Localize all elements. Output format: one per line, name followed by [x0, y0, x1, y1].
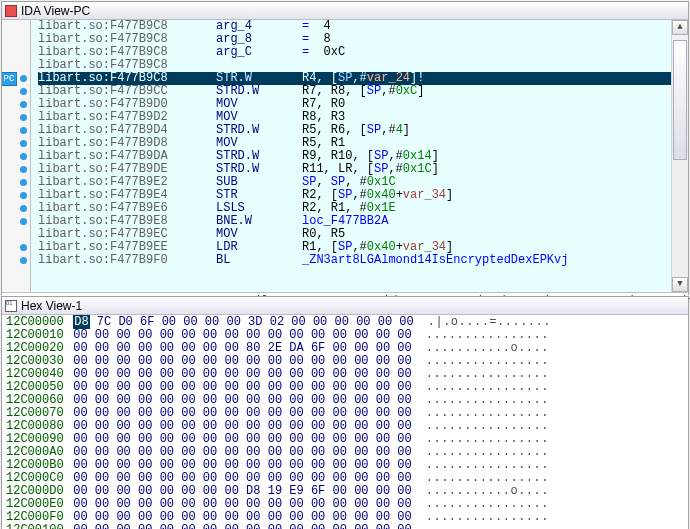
- hex-byte[interactable]: 6F: [311, 484, 325, 498]
- hex-byte[interactable]: 00: [181, 354, 195, 368]
- hex-byte[interactable]: 00: [73, 497, 87, 511]
- hex-byte[interactable]: 00: [95, 419, 109, 433]
- hex-byte[interactable]: 00: [376, 367, 390, 381]
- hex-byte[interactable]: 00: [354, 406, 368, 420]
- hex-byte[interactable]: 00: [160, 445, 174, 459]
- hex-byte[interactable]: 00: [160, 471, 174, 485]
- hex-byte[interactable]: 00: [354, 484, 368, 498]
- hex-byte[interactable]: 00: [203, 393, 217, 407]
- hex-byte[interactable]: D0: [118, 315, 132, 329]
- hex-row[interactable]: 12C00100 00 00 00 00 00 00 00 00 00 00 0…: [6, 524, 684, 529]
- hex-byte[interactable]: 00: [73, 393, 87, 407]
- hex-byte[interactable]: 00: [376, 393, 390, 407]
- scroll-up-button[interactable]: ▲: [672, 20, 688, 35]
- hex-byte[interactable]: 00: [181, 328, 195, 342]
- hex-byte[interactable]: 00: [224, 328, 238, 342]
- hex-byte[interactable]: 00: [73, 406, 87, 420]
- hex-byte[interactable]: 00: [203, 445, 217, 459]
- hex-byte[interactable]: 00: [181, 510, 195, 524]
- hex-byte[interactable]: 00: [397, 471, 411, 485]
- hex-byte[interactable]: 00: [95, 523, 109, 529]
- hex-byte[interactable]: 00: [160, 406, 174, 420]
- hex-byte[interactable]: 00: [333, 445, 347, 459]
- hex-byte[interactable]: 00: [224, 471, 238, 485]
- hex-byte[interactable]: 00: [246, 354, 260, 368]
- hex-byte[interactable]: 00: [116, 406, 130, 420]
- hex-byte[interactable]: 00: [224, 367, 238, 381]
- hex-byte[interactable]: 00: [289, 471, 303, 485]
- hex-byte[interactable]: 00: [203, 510, 217, 524]
- hex-byte[interactable]: 00: [73, 367, 87, 381]
- hex-byte[interactable]: 00: [289, 510, 303, 524]
- hex-byte[interactable]: 00: [268, 458, 282, 472]
- hex-byte[interactable]: 00: [181, 432, 195, 446]
- hex-byte[interactable]: 00: [160, 367, 174, 381]
- hex-byte[interactable]: 00: [289, 354, 303, 368]
- breakpoint-dot[interactable]: [20, 166, 27, 173]
- hex-byte[interactable]: 00: [95, 445, 109, 459]
- hex-byte[interactable]: 00: [246, 380, 260, 394]
- hex-byte[interactable]: 00: [203, 458, 217, 472]
- hex-byte[interactable]: 00: [397, 354, 411, 368]
- hex-byte[interactable]: 00: [333, 341, 347, 355]
- hex-byte[interactable]: 00: [354, 458, 368, 472]
- hex-byte[interactable]: 00: [354, 419, 368, 433]
- hex-byte[interactable]: 00: [138, 523, 152, 529]
- hex-byte[interactable]: 00: [95, 380, 109, 394]
- hex-byte[interactable]: 00: [246, 367, 260, 381]
- hex-byte[interactable]: DA: [289, 341, 303, 355]
- hex-byte[interactable]: 00: [95, 471, 109, 485]
- hex-byte[interactable]: 00: [181, 419, 195, 433]
- hex-byte[interactable]: 00: [205, 315, 219, 329]
- hex-byte[interactable]: 00: [224, 341, 238, 355]
- hex-byte[interactable]: E9: [289, 484, 303, 498]
- hex-byte[interactable]: 00: [311, 458, 325, 472]
- hex-byte[interactable]: 02: [270, 315, 284, 329]
- hex-byte[interactable]: 00: [203, 354, 217, 368]
- hex-byte[interactable]: 00: [116, 523, 130, 529]
- hex-byte[interactable]: 00: [397, 419, 411, 433]
- hex-byte[interactable]: 00: [397, 328, 411, 342]
- hex-byte[interactable]: 00: [333, 354, 347, 368]
- hex-byte[interactable]: 00: [181, 523, 195, 529]
- hex-byte[interactable]: 00: [376, 419, 390, 433]
- hex-byte[interactable]: 00: [181, 380, 195, 394]
- hex-byte[interactable]: 00: [138, 393, 152, 407]
- hex-byte[interactable]: 00: [95, 354, 109, 368]
- hex-byte[interactable]: 00: [116, 458, 130, 472]
- hex-byte[interactable]: 00: [397, 497, 411, 511]
- hex-byte[interactable]: 00: [354, 354, 368, 368]
- hex-byte[interactable]: 00: [333, 367, 347, 381]
- breakpoint-dot[interactable]: [20, 127, 27, 134]
- hex-byte[interactable]: 00: [289, 523, 303, 529]
- hex-byte[interactable]: 00: [138, 510, 152, 524]
- hex-byte[interactable]: 00: [333, 393, 347, 407]
- scroll-down-button[interactable]: ▼: [672, 277, 688, 292]
- hex-byte[interactable]: 00: [116, 419, 130, 433]
- hex-byte[interactable]: 00: [160, 497, 174, 511]
- hex-byte[interactable]: 00: [138, 354, 152, 368]
- hex-byte[interactable]: 00: [116, 484, 130, 498]
- hex-byte[interactable]: 00: [116, 380, 130, 394]
- hex-byte[interactable]: 00: [268, 523, 282, 529]
- hex-byte[interactable]: 00: [160, 419, 174, 433]
- hex-byte[interactable]: 00: [224, 484, 238, 498]
- breakpoint-dot[interactable]: [20, 192, 27, 199]
- hex-byte[interactable]: 00: [289, 406, 303, 420]
- hex-byte[interactable]: 00: [354, 367, 368, 381]
- hex-byte[interactable]: 00: [138, 484, 152, 498]
- hex-byte[interactable]: 00: [333, 497, 347, 511]
- hex-byte[interactable]: 00: [289, 328, 303, 342]
- hex-byte[interactable]: 00: [268, 406, 282, 420]
- hex-byte[interactable]: 00: [333, 419, 347, 433]
- hex-byte[interactable]: 00: [268, 510, 282, 524]
- breakpoint-dot[interactable]: [20, 140, 27, 147]
- hex-byte[interactable]: 2E: [268, 341, 282, 355]
- hex-byte[interactable]: 00: [311, 393, 325, 407]
- hex-byte[interactable]: 00: [376, 341, 390, 355]
- hex-byte[interactable]: 00: [311, 380, 325, 394]
- hex-byte[interactable]: 00: [116, 367, 130, 381]
- hex-byte[interactable]: 00: [95, 367, 109, 381]
- hex-byte[interactable]: 00: [224, 497, 238, 511]
- hex-byte[interactable]: 00: [311, 510, 325, 524]
